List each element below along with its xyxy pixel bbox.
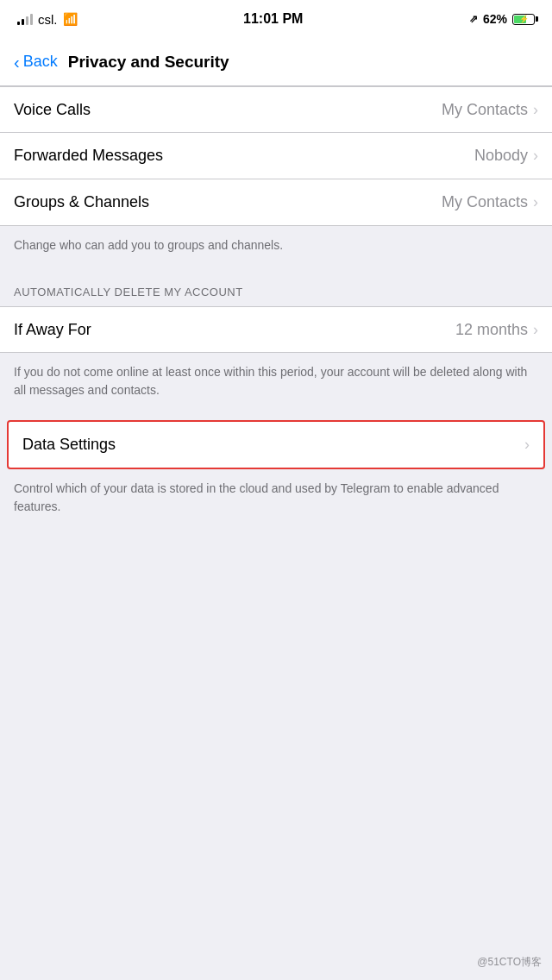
privacy-section: Voice Calls My Contacts › Forwarded Mess… [0, 86, 552, 226]
if-away-value: 12 months [455, 321, 528, 339]
status-right: ⇗ 62% ⚡ [469, 12, 535, 26]
groups-channels-label: Groups & Channels [14, 193, 149, 211]
forwarded-messages-label: Forwarded Messages [14, 147, 163, 165]
signal-bars-icon [17, 13, 33, 25]
battery-percent: 62% [483, 12, 507, 26]
groups-description-block: Change who can add you to groups and cha… [0, 226, 552, 268]
battery-icon: ⚡ [512, 14, 535, 25]
back-chevron-icon: ‹ [14, 53, 20, 71]
location-icon: ⇗ [469, 13, 478, 25]
data-settings-description-text: Control which of your data is stored in … [14, 481, 499, 513]
forwarded-messages-right: Nobody › [474, 147, 538, 165]
data-settings-wrapper: Data Settings › [0, 413, 552, 469]
voice-calls-chevron-icon: › [533, 101, 538, 119]
nav-bar: ‹ Back Privacy and Security [0, 38, 552, 86]
battery-container: ⚡ [512, 14, 535, 25]
data-settings-label: Data Settings [22, 436, 116, 454]
list-item-data-settings[interactable]: Data Settings › [7, 420, 545, 469]
forwarded-messages-value: Nobody [474, 147, 528, 165]
battery-charging-icon: ⚡ [519, 15, 529, 23]
data-settings-description-block: Control which of your data is stored in … [0, 469, 552, 530]
if-away-right: 12 months › [455, 321, 538, 339]
list-item-if-away-for[interactable]: If Away For 12 months › [0, 306, 552, 353]
voice-calls-right: My Contacts › [442, 101, 538, 119]
groups-channels-value: My Contacts [442, 193, 528, 211]
status-left: csl. 📶 [17, 12, 78, 27]
status-time: 11:01 PM [243, 11, 303, 27]
watermark: @51CTO博客 [477, 955, 542, 970]
status-bar: csl. 📶 11:01 PM ⇗ 62% ⚡ [0, 0, 552, 38]
list-item-voice-calls[interactable]: Voice Calls My Contacts › [0, 86, 552, 133]
if-away-chevron-icon: › [533, 321, 538, 339]
voice-calls-label: Voice Calls [14, 101, 91, 119]
page-title: Privacy and Security [68, 53, 229, 72]
carrier-label: csl. [38, 12, 58, 27]
back-label: Back [23, 53, 58, 71]
groups-channels-right: My Contacts › [442, 193, 538, 211]
data-settings-chevron-icon: › [524, 436, 530, 454]
auto-delete-section: If Away For 12 months › [0, 306, 552, 353]
list-item-groups-channels[interactable]: Groups & Channels My Contacts › [0, 179, 552, 226]
auto-delete-description-block: If you do not come online at least once … [0, 353, 552, 413]
groups-channels-chevron-icon: › [533, 193, 538, 211]
auto-delete-description-text: If you do not come online at least once … [14, 365, 527, 397]
auto-delete-section-header: AUTOMATICALLY DELETE MY ACCOUNT [0, 268, 552, 306]
list-item-forwarded-messages[interactable]: Forwarded Messages Nobody › [0, 133, 552, 179]
groups-description-text: Change who can add you to groups and cha… [14, 238, 283, 252]
forwarded-messages-chevron-icon: › [533, 147, 538, 165]
voice-calls-value: My Contacts [442, 101, 528, 119]
if-away-label: If Away For [14, 321, 91, 339]
wifi-icon: 📶 [63, 12, 78, 26]
back-button[interactable]: ‹ Back [14, 53, 58, 71]
auto-delete-header-text: AUTOMATICALLY DELETE MY ACCOUNT [14, 286, 243, 298]
